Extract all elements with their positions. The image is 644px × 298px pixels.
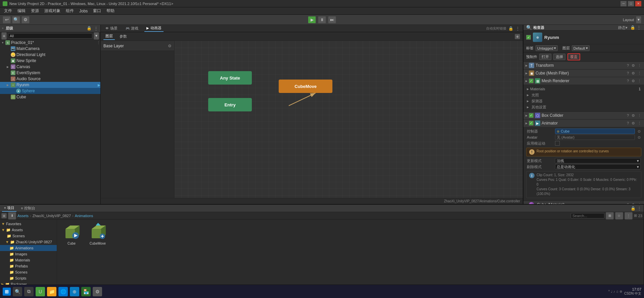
animator-add[interactable]: +	[515, 34, 520, 39]
menu-jobs[interactable]: Jobs	[77, 8, 90, 14]
transform-header[interactable]: ▶ T Transform ? ⚙ ⋮	[523, 62, 644, 69]
cube-move-asset[interactable]: CubeMove	[86, 222, 109, 245]
hierarchy-item[interactable]: □ Cube	[0, 94, 100, 100]
controller-field[interactable]: ⊛ Cube	[555, 129, 635, 134]
animator-comp-header[interactable]: ▶ ✓ ▶ Animator ? ⚙ ⋮	[523, 119, 644, 127]
hierarchy-lock[interactable]: 🔒	[87, 26, 92, 31]
renderer-menu[interactable]: ⋮	[637, 79, 642, 83]
inspector-lock[interactable]: 🔒	[630, 25, 635, 30]
collider-menu[interactable]: ⋮	[637, 113, 642, 118]
collider-toggle[interactable]: ✓	[529, 113, 534, 118]
cube-move-node[interactable]: CubeMove	[279, 80, 332, 93]
hierarchy-item[interactable]: ▶ C Canvas	[0, 64, 100, 70]
taskbar-taskview[interactable]: ⧉	[24, 287, 34, 296]
scene-tab[interactable]: 👁 场景	[103, 25, 120, 32]
anim-menu[interactable]: ⋮	[637, 121, 642, 126]
entry-node[interactable]: Entry	[208, 98, 252, 111]
animator-tab[interactable]: ▶ 动画器	[144, 25, 164, 32]
material-info[interactable]: ?	[626, 203, 630, 204]
transform-menu[interactable]: ⋮	[637, 63, 642, 68]
box-collider-header[interactable]: ▶ ✓ ⬡ Box Collider ? ⚙ ⋮	[523, 112, 644, 119]
prefab-select-button[interactable]: 选择	[553, 54, 565, 60]
pause-button[interactable]: ⏸	[318, 16, 326, 23]
unityvip-item[interactable]: ▼ 📁 ZhaoXi UnityVIP 0827	[0, 239, 57, 245]
step-button[interactable]: ⏭	[328, 16, 336, 23]
toolbar-search[interactable]: 🔍	[12, 16, 20, 23]
taskbar-browser[interactable]: 🌐	[58, 287, 68, 296]
anim-comp-toggle[interactable]: ✓	[529, 121, 534, 126]
controller-select-icon[interactable]: ⊙	[638, 129, 641, 134]
anim-info[interactable]: ?	[626, 121, 630, 126]
bc-assets[interactable]: Assets	[17, 214, 29, 218]
favorites-item[interactable]: ▼ Favorites	[0, 221, 57, 227]
mesh-menu[interactable]: ⋮	[637, 71, 642, 76]
hierarchy-add[interactable]: +	[1, 32, 7, 40]
packages-item[interactable]: ▶ 📁 Packages	[0, 281, 57, 285]
layer-dropdown[interactable]: Default▾	[572, 45, 590, 51]
taskbar-store[interactable]: 🏪	[81, 287, 91, 296]
any-state-node[interactable]: Any State	[208, 71, 252, 85]
toolbar-history[interactable]: ↩	[3, 16, 11, 23]
taskbar-settings-app[interactable]: ⚙	[93, 287, 102, 296]
culling-mode-dropdown[interactable]: 总是动画化 ▾	[555, 164, 641, 169]
toolbar-layout-btn[interactable]: ▼	[636, 16, 641, 23]
taskbar-edge[interactable]: ⊕	[70, 287, 79, 296]
project-tab[interactable]: + 项目	[2, 205, 16, 212]
console-tab[interactable]: ≡ 控制台	[19, 205, 37, 211]
project-import[interactable]: ⬇	[8, 212, 16, 219]
animator-lock[interactable]: 🔒	[508, 26, 513, 31]
material-header[interactable]: ▶ Cube (Material) ? ⚙ ⋮	[523, 201, 644, 204]
taskbar-search[interactable]: 🔍	[13, 287, 22, 296]
project-more-btn[interactable]: ⋮	[625, 212, 633, 219]
anim-settings[interactable]: ⚙	[631, 121, 636, 126]
hierarchy-item[interactable]: ▼ S Practice_01* ⋮	[0, 40, 100, 46]
project-filter-btn[interactable]: ☆	[615, 212, 623, 219]
menu-gameobject[interactable]: 游戏对象	[42, 7, 63, 14]
hierarchy-more[interactable]: ⋮	[94, 26, 98, 31]
project-more[interactable]: ⋮	[637, 206, 642, 211]
animations-item[interactable]: 📁 Animations	[0, 245, 57, 251]
project-search[interactable]	[571, 213, 604, 218]
mesh-filter-header[interactable]: ▶ ▣ Cube (Mesh Filter) ? ⚙ ⋮	[523, 69, 644, 77]
avatar-select-icon[interactable]: ⊙	[638, 135, 641, 140]
prefabs-item[interactable]: 📁 Prefabs	[0, 263, 57, 269]
images-item[interactable]: 📁 Images	[0, 251, 57, 257]
layer-settings-icon[interactable]: ⚙	[168, 44, 172, 48]
menu-edit[interactable]: 编辑	[15, 7, 28, 14]
windows-logo[interactable]: ⊞	[3, 288, 11, 296]
update-mode-dropdown[interactable]: 法线 ▾	[555, 158, 641, 163]
menu-file[interactable]: 文件	[1, 7, 15, 14]
project-lock[interactable]: 🔒	[631, 206, 636, 211]
toolbar-settings[interactable]: ⚙	[21, 16, 30, 23]
static-button[interactable]: 静态▾	[618, 25, 628, 30]
scene-more-icon[interactable]: ⋮	[97, 41, 100, 45]
animator-canvas[interactable]: Any State Entry CubeMove	[175, 41, 523, 198]
params-tab[interactable]: 参数	[118, 33, 129, 40]
menu-help[interactable]: 帮助	[104, 7, 117, 14]
taskbar-unity[interactable]: U	[36, 287, 45, 296]
material-menu[interactable]: ⋮	[637, 203, 642, 204]
hierarchy-item[interactable]: ● Sphere	[0, 88, 100, 94]
root-motion-checkbox[interactable]	[555, 141, 560, 146]
play-button[interactable]: ▶	[308, 16, 316, 23]
bc-animations[interactable]: Animations	[75, 214, 93, 218]
prefab-override-button[interactable]: 覆盖	[567, 53, 580, 60]
hierarchy-item[interactable]: ▶ ○ Ryunm ▶	[0, 82, 100, 88]
base-layer-row[interactable]: Base Layer ⚙	[101, 41, 174, 51]
project-add[interactable]: +	[1, 213, 7, 218]
transform-settings[interactable]: ⚙	[631, 63, 636, 68]
taskbar-file-explorer[interactable]: 📁	[47, 287, 56, 296]
restore-button[interactable]: □	[628, 1, 634, 6]
object-name[interactable]: Ryunm	[544, 35, 559, 40]
menu-assets[interactable]: 资源	[28, 7, 42, 14]
avatar-field[interactable]: 无 (Avatar)	[555, 135, 635, 140]
hierarchy-item[interactable]: ▣ New Sprite	[0, 58, 100, 64]
hierarchy-item[interactable]: ♪ Audio Source	[0, 76, 100, 82]
mesh-renderer-header[interactable]: ▶ ✓ ▦ Mesh Renderer ? ⚙ ⋮	[523, 77, 644, 85]
layers-tab[interactable]: 图层	[103, 33, 115, 40]
menu-window[interactable]: 窗口	[90, 7, 104, 14]
hierarchy-collapse[interactable]: ≡	[2, 27, 4, 30]
inspector-more[interactable]: ⋮	[637, 25, 641, 30]
collider-info[interactable]: ?	[626, 113, 630, 118]
proj-scenes-item[interactable]: 📁 Scenes	[0, 269, 57, 275]
